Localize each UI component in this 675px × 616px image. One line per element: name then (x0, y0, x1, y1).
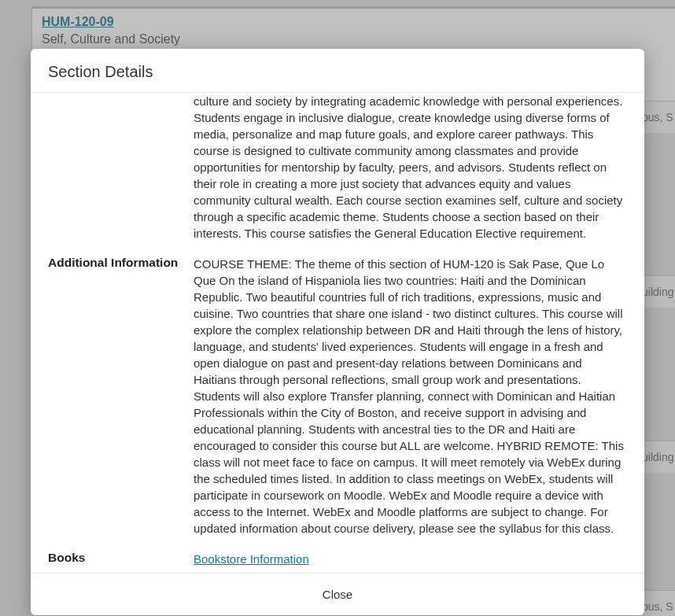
modal-header: Section Details (31, 49, 644, 93)
modal-footer: Close (31, 573, 644, 615)
books-label: Books (48, 551, 194, 565)
additional-info-text: COURSE THEME: The theme of this section … (194, 256, 638, 537)
additional-info-row: Additional Information COURSE THEME: The… (48, 256, 638, 537)
close-button[interactable]: Close (313, 585, 362, 604)
section-details-modal: Section Details culture and society by i… (31, 49, 644, 615)
modal-body[interactable]: culture and society by integrating acade… (31, 93, 644, 573)
bookstore-link[interactable]: Bookstore Information (194, 552, 309, 566)
books-row: Books Bookstore Information (48, 551, 638, 567)
additional-info-label: Additional Information (48, 256, 194, 270)
modal-title: Section Details (48, 63, 627, 81)
description-row: culture and society by integrating acade… (48, 93, 638, 242)
description-text: culture and society by integrating acade… (194, 93, 627, 242)
description-scroll-area[interactable]: culture and society by integrating acade… (194, 93, 638, 242)
